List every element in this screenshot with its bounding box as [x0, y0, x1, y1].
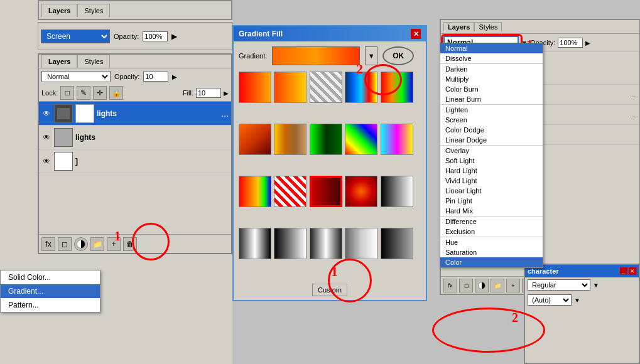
blend-option-softlight[interactable]: Soft Light: [440, 156, 543, 166]
right-fx-icon[interactable]: fx: [443, 279, 457, 292]
blend-option-lineardodge[interactable]: Linear Dodge: [440, 135, 543, 145]
blend-hardmix-label: Hard Mix: [445, 207, 473, 215]
lock-brush-icon[interactable]: ✎: [77, 86, 90, 100]
layer-item-lights-2[interactable]: 👁 lights: [39, 126, 231, 149]
adjustment-icon[interactable]: [74, 237, 88, 251]
grad-swatch-19[interactable]: [345, 228, 377, 259]
blend-option-vividlight[interactable]: Vivid Light: [440, 176, 543, 186]
grad-swatch-8[interactable]: [310, 124, 342, 155]
blend-overlay-label: Overlay: [445, 147, 469, 154]
screen-blend-select[interactable]: Screen: [41, 29, 110, 43]
blend-option-normal-selected[interactable]: Normal: [440, 43, 543, 53]
dialog-annotation-2: 2: [356, 61, 363, 77]
right-adj-icon[interactable]: [475, 279, 489, 292]
layer-item-lights-active[interactable]: 👁 lights ...: [39, 102, 231, 126]
right-folder-icon[interactable]: 📁: [491, 279, 504, 292]
blend-option-color[interactable]: Color: [440, 257, 543, 267]
blend-option-colorburn[interactable]: Color Burn: [440, 84, 543, 94]
folder-icon[interactable]: 📁: [90, 237, 104, 251]
layer-eye-icon-2[interactable]: 👁: [41, 132, 52, 142]
grad-swatch-9[interactable]: [345, 124, 377, 155]
grad-swatch-14[interactable]: [345, 176, 377, 207]
blend-option-hardmix[interactable]: Hard Mix: [440, 206, 543, 216]
gradient-dropdown-btn[interactable]: ▼: [365, 46, 377, 65]
blend-option-exclusion[interactable]: Exclusion: [440, 227, 543, 237]
char-font-select[interactable]: Regular: [528, 279, 590, 291]
gradient-preview[interactable]: [272, 46, 360, 65]
mask-icon[interactable]: ◻: [58, 237, 72, 251]
blend-mode-select[interactable]: Normal: [41, 71, 111, 82]
grad-swatch-5[interactable]: [381, 72, 413, 103]
right-tab-styles[interactable]: Styles: [474, 22, 502, 31]
grad-swatch-20[interactable]: [381, 228, 413, 259]
menu-pattern[interactable]: Pattern...: [1, 298, 100, 312]
blend-option-dissolve[interactable]: Dissolve: [440, 53, 543, 63]
blend-option-screen[interactable]: Screen: [440, 115, 543, 125]
grad-swatch-6[interactable]: [239, 124, 271, 155]
grad-swatch-18[interactable]: [310, 228, 342, 259]
fill-input[interactable]: [196, 88, 221, 98]
blend-option-linearburn[interactable]: Linear Burn: [440, 94, 543, 104]
opacity-input-screen[interactable]: [143, 31, 168, 41]
right-opacity-input[interactable]: [558, 38, 583, 48]
lock-all-icon[interactable]: 🔒: [109, 86, 123, 100]
blend-option-darken[interactable]: Darken: [440, 63, 543, 74]
grad-swatch-15[interactable]: [381, 176, 413, 207]
blend-option-saturation[interactable]: Saturation: [440, 247, 543, 257]
right-new-icon[interactable]: +: [506, 279, 520, 292]
arrow-icon-screen[interactable]: ▶: [171, 32, 177, 41]
ok-button[interactable]: OK: [382, 46, 414, 65]
blend-option-multiply[interactable]: Multiply: [440, 74, 543, 84]
grad-swatch-2[interactable]: [274, 72, 306, 103]
opacity-arrow[interactable]: ▶: [172, 73, 177, 80]
fill-arrow[interactable]: ▶: [224, 90, 229, 97]
context-menu[interactable]: Solid Color... Gradient... Pattern...: [0, 270, 100, 313]
dialog-close-button[interactable]: ✕: [411, 29, 421, 39]
blend-dropdown-open[interactable]: Normal Dissolve Darken Multiply Color Bu…: [440, 43, 543, 268]
grad-swatch-3[interactable]: [310, 72, 342, 103]
tab-styles[interactable]: Styles: [77, 55, 110, 68]
grad-swatch-1[interactable]: [239, 72, 271, 103]
layer-eye-icon-3[interactable]: 👁: [41, 156, 52, 166]
layer-eye-icon[interactable]: 👁: [41, 109, 52, 119]
layer-dots-active: ...: [221, 109, 229, 119]
char-size-select[interactable]: (Auto): [528, 294, 572, 306]
grad-swatch-13[interactable]: [310, 176, 342, 207]
custom-button[interactable]: Custom: [312, 284, 347, 296]
tab-layers[interactable]: Layers: [41, 55, 77, 68]
blend-option-linearlight[interactable]: Linear Light: [440, 186, 543, 196]
char-close-btn[interactable]: ✕: [629, 267, 636, 275]
grad-swatch-11[interactable]: [239, 176, 271, 207]
char-size-dropdown-arrow[interactable]: ▼: [574, 297, 580, 304]
grad-swatch-10[interactable]: [381, 124, 413, 155]
blend-option-pinlight[interactable]: Pin Light: [440, 196, 543, 206]
grad-swatch-7[interactable]: [274, 124, 306, 155]
lock-move-icon[interactable]: ✛: [93, 86, 107, 100]
blend-option-colordodge[interactable]: Color Dodge: [440, 125, 543, 135]
char-font-dropdown-arrow[interactable]: ▼: [593, 282, 599, 289]
blend-option-hue[interactable]: Hue: [440, 237, 543, 247]
right-mask-icon[interactable]: ◻: [459, 279, 473, 292]
fx-icon[interactable]: fx: [41, 237, 55, 251]
gradient-label: Gradient:: [239, 52, 267, 60]
tab-styles-top[interactable]: Styles: [77, 4, 110, 17]
blend-option-lighten[interactable]: Lighten: [440, 104, 543, 115]
gradient-grid[interactable]: [239, 72, 415, 279]
blend-screen-label: Screen: [445, 116, 467, 124]
layer-item-bracket[interactable]: 👁 ]: [39, 149, 231, 173]
grad-swatch-12[interactable]: [274, 176, 306, 207]
lock-transparent-icon[interactable]: □: [60, 86, 74, 100]
blend-option-overlay[interactable]: Overlay: [440, 145, 543, 156]
menu-solid-color[interactable]: Solid Color...: [1, 270, 100, 284]
right-opacity-arrow[interactable]: ▶: [585, 40, 590, 46]
blend-option-difference[interactable]: Difference: [440, 216, 543, 227]
trash-icon[interactable]: 🗑: [123, 237, 137, 251]
opacity-input[interactable]: [143, 72, 168, 82]
tab-layers-top[interactable]: Layers: [41, 4, 77, 17]
blend-option-hardlight[interactable]: Hard Light: [440, 166, 543, 176]
right-tab-layers[interactable]: Layers: [443, 22, 474, 31]
menu-gradient[interactable]: Gradient...: [1, 284, 100, 298]
char-minimize-btn[interactable]: _: [620, 267, 627, 275]
grad-swatch-16[interactable]: [239, 228, 271, 259]
grad-swatch-17[interactable]: [274, 228, 306, 259]
